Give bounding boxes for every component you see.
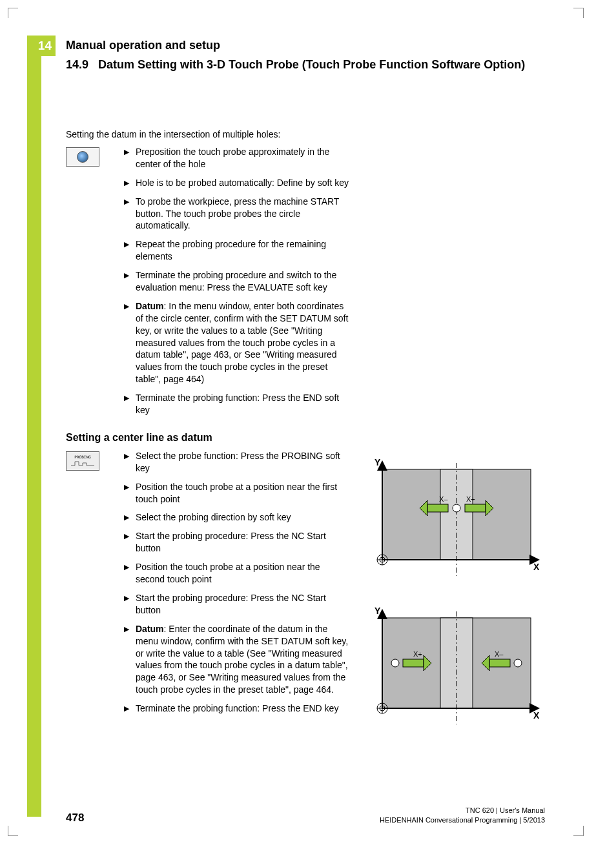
svg-rect-27 <box>489 659 510 667</box>
svg-point-9 <box>453 504 460 512</box>
axis-x-label: X <box>533 710 540 721</box>
step-item: ▶Start the probing procedure: Press the … <box>124 530 350 555</box>
bullet-arrow-icon: ▶ <box>124 269 136 294</box>
svg-rect-25 <box>403 659 424 667</box>
svg-point-24 <box>514 659 522 667</box>
step-item: ▶Preposition the touch probe approximate… <box>124 146 350 170</box>
label-x-plus: X+ <box>466 495 475 503</box>
step-item: ▶Terminate the probing function: Press t… <box>124 392 350 416</box>
step-text: To probe the workpiece, press the machin… <box>136 196 350 232</box>
step-text: Hole is to be probed automatically: Defi… <box>136 177 350 189</box>
step-item: ▶Select the probe function: Press the PR… <box>124 450 350 475</box>
step-text: Select the probe function: Press the PRO… <box>136 450 350 475</box>
step-item: ▶Terminate the probing function: Press t… <box>124 702 350 715</box>
svg-rect-10 <box>427 504 448 512</box>
section-title: Datum Setting with 3-D Touch Probe (Touc… <box>98 57 544 72</box>
chapter-sidebar <box>27 36 41 817</box>
bullet-arrow-icon: ▶ <box>124 592 136 617</box>
step-text: Start the probing procedure: Press the N… <box>136 592 350 617</box>
intro-text: Setting the datum in the intersection of… <box>66 129 544 139</box>
bullet-arrow-icon: ▶ <box>124 146 136 170</box>
step-item: ▶Datum: Enter the coordinate of the datu… <box>124 623 350 696</box>
step-text: Select the probing direction by soft key <box>136 511 350 524</box>
step-item: ▶Datum: In the menu window, enter both c… <box>124 300 350 385</box>
diagram-center-line-2: X+ X– Y X <box>363 598 544 734</box>
step-text: Datum: Enter the coordinate of the datum… <box>136 623 350 696</box>
step-item: ▶Terminate the probing procedure and swi… <box>124 269 350 294</box>
step-item: ▶Select the probing direction by soft ke… <box>124 511 350 524</box>
step-text: Datum: In the menu window, enter both co… <box>136 300 350 385</box>
footer-text: TNC 620 | User's Manual HEIDENHAIN Conve… <box>380 806 545 824</box>
bullet-arrow-icon: ▶ <box>124 392 136 416</box>
footer-line-1: TNC 620 | User's Manual <box>380 806 545 815</box>
step-list-2: ▶Select the probe function: Press the PR… <box>124 450 350 721</box>
footer-line-2: HEIDENHAIN Conversational Programming | … <box>380 815 545 824</box>
bullet-arrow-icon: ▶ <box>124 561 136 586</box>
step-item: ▶Position the touch probe at a position … <box>124 481 350 506</box>
step-text: Position the touch probe at a position n… <box>136 481 350 506</box>
section-number: 14.9 <box>66 57 98 72</box>
bullet-arrow-icon: ▶ <box>124 481 136 506</box>
step-text: Position the touch probe at a position n… <box>136 561 350 586</box>
step-text: Terminate the probing function: Press th… <box>136 702 350 715</box>
bullet-arrow-icon: ▶ <box>124 450 136 475</box>
svg-point-23 <box>391 659 399 667</box>
bullet-arrow-icon: ▶ <box>124 177 136 189</box>
label-x-minus: X– <box>495 650 504 658</box>
step-item: ▶Position the touch probe at a position … <box>124 561 350 586</box>
probing-glyph-icon <box>70 459 96 467</box>
bullet-arrow-icon: ▶ <box>124 196 136 232</box>
step-item: ▶Hole is to be probed automatically: Def… <box>124 177 350 189</box>
step-item: ▶Repeat the probing procedure for the re… <box>124 238 350 263</box>
bullet-arrow-icon: ▶ <box>124 623 136 696</box>
bullet-arrow-icon: ▶ <box>124 702 136 715</box>
axis-x-label: X <box>533 562 540 572</box>
target-icon <box>77 151 88 163</box>
bullet-arrow-icon: ▶ <box>124 530 136 555</box>
crop-mark <box>8 8 18 18</box>
chapter-number-tab: 14 <box>27 36 56 56</box>
softkey-probing-label: PROBING <box>74 455 90 459</box>
label-x-plus: X+ <box>413 650 422 658</box>
svg-rect-12 <box>465 504 486 512</box>
chapter-title: Manual operation and setup <box>66 39 544 52</box>
subheading-center-line: Setting a center line as datum <box>66 432 544 444</box>
crop-mark <box>573 826 584 836</box>
step-text: Terminate the probing procedure and swit… <box>136 269 350 294</box>
bullet-arrow-icon: ▶ <box>124 300 136 385</box>
bullet-arrow-icon: ▶ <box>124 238 136 263</box>
diagram-center-line-1: X– X+ Y X <box>363 450 544 586</box>
step-text: Repeat the probing procedure for the rem… <box>136 238 350 263</box>
softkey-circle-icon <box>66 147 99 167</box>
crop-mark <box>573 8 584 18</box>
page-number: 478 <box>66 812 84 824</box>
axis-y-label: Y <box>375 457 381 467</box>
axis-y-label: Y <box>375 606 381 616</box>
step-text: Terminate the probing function: Press th… <box>136 392 350 416</box>
step-list-1: ▶Preposition the touch probe approximate… <box>124 146 350 423</box>
step-text: Start the probing procedure: Press the N… <box>136 530 350 555</box>
step-item: ▶To probe the workpiece, press the machi… <box>124 196 350 232</box>
softkey-probing-icon: PROBING <box>66 451 99 471</box>
label-x-minus: X– <box>439 495 448 503</box>
step-text: Preposition the touch probe approximatel… <box>136 146 350 170</box>
crop-mark <box>8 826 18 836</box>
bullet-arrow-icon: ▶ <box>124 511 136 524</box>
step-item: ▶Start the probing procedure: Press the … <box>124 592 350 617</box>
